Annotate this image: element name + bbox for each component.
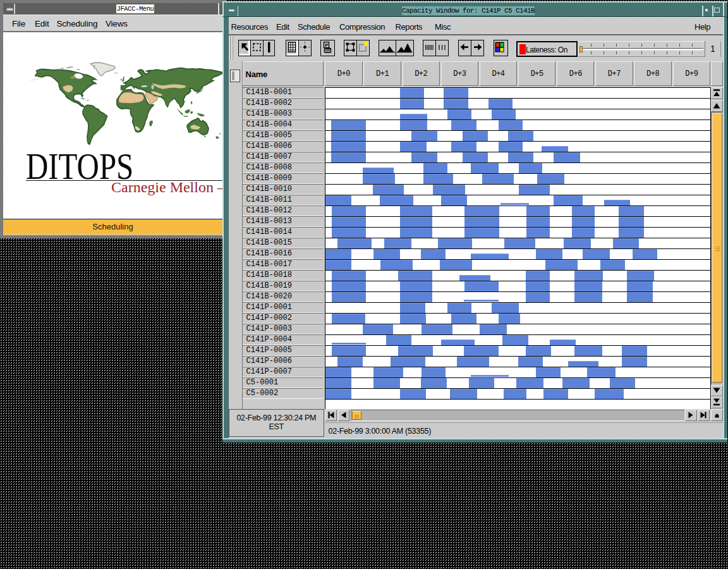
svg-text:P: P [325, 42, 328, 48]
